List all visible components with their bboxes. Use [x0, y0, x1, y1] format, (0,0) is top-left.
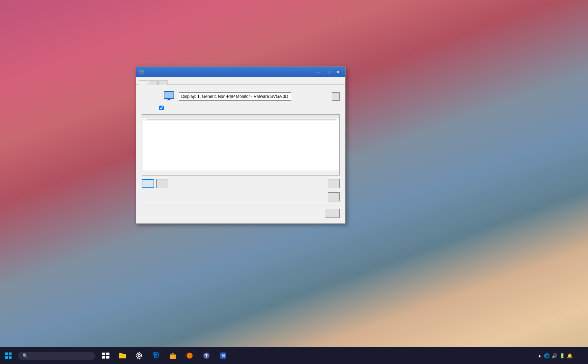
svg-rect-6 — [168, 99, 170, 100]
close-button[interactable]: ✕ — [333, 68, 342, 76]
col-filename-header[interactable] — [268, 115, 339, 118]
svg-rect-10 — [5, 356, 8, 359]
firefox-icon — [185, 351, 194, 360]
taskbar: 🔍 — [0, 347, 588, 364]
start-button[interactable] — [0, 347, 17, 364]
set-default-button[interactable] — [328, 179, 340, 188]
dialog-tabs — [136, 77, 345, 85]
svg-point-2 — [142, 70, 143, 72]
minimize-button[interactable]: — — [314, 68, 323, 76]
svg-rect-12 — [102, 353, 105, 355]
dialog-title-icon — [139, 69, 144, 75]
svg-rect-5 — [164, 92, 173, 98]
help-row — [142, 192, 340, 201]
identify-monitors-button[interactable] — [332, 92, 340, 101]
edge-icon — [152, 351, 160, 360]
profiles-table-container[interactable] — [142, 114, 340, 176]
desktop: — □ ✕ — [0, 0, 588, 364]
search-icon: 🔍 — [22, 353, 28, 358]
profiles-button[interactable] — [328, 192, 340, 201]
chevron-up-icon[interactable]: ▲ — [537, 353, 542, 358]
remove-button[interactable] — [156, 179, 168, 188]
group-header-line — [147, 119, 336, 120]
svg-rect-15 — [106, 356, 109, 358]
monitor-icon — [163, 91, 175, 102]
maximize-button[interactable]: □ — [324, 68, 333, 76]
svg-point-1 — [140, 70, 141, 72]
color-management-dialog: — □ ✕ — [136, 66, 346, 224]
store-icon — [169, 351, 177, 360]
svg-rect-14 — [102, 356, 105, 358]
svg-point-18 — [138, 355, 141, 357]
app1-button[interactable]: T — [199, 348, 214, 363]
taskbar-search[interactable]: 🔍 — [18, 352, 95, 360]
add-button[interactable] — [142, 179, 154, 188]
settings-button[interactable] — [132, 348, 147, 363]
svg-rect-7 — [166, 100, 172, 100]
svg-text:M: M — [221, 354, 225, 358]
volume-icon[interactable]: 🔊 — [552, 353, 557, 358]
svg-rect-8 — [5, 352, 8, 355]
app2-button[interactable]: M — [215, 348, 231, 363]
dialog-footer — [142, 206, 340, 218]
device-dropdown[interactable]: Display: 1. Generic Non-PnP Monitor - VM… — [179, 92, 291, 101]
table-body — [142, 118, 339, 171]
dialog-titlebar[interactable]: — □ ✕ — [136, 67, 345, 77]
task-view-button[interactable] — [98, 348, 113, 363]
settings-icon — [135, 351, 143, 360]
windows-logo-icon — [5, 352, 12, 359]
table-row[interactable] — [142, 121, 339, 123]
network-icon[interactable]: 🌐 — [544, 353, 550, 358]
icc-profiles-group-header — [142, 118, 339, 121]
svg-rect-13 — [106, 353, 109, 355]
svg-rect-9 — [9, 352, 12, 355]
svg-text:T: T — [205, 354, 208, 358]
dialog-controls: — □ ✕ — [314, 68, 342, 76]
device-row: Display: 1. Generic Non-PnP Monitor - VM… — [142, 90, 340, 103]
svg-point-3 — [141, 72, 142, 74]
battery-icon[interactable]: 🔋 — [559, 353, 565, 358]
use-settings-row — [159, 106, 340, 110]
table-header — [142, 115, 339, 118]
monitor-icon-wrapper — [163, 90, 175, 103]
tray-icons: ▲ 🌐 🔊 🔋 🔔 — [534, 353, 575, 358]
app1-icon: T — [202, 351, 211, 360]
use-settings-checkbox[interactable] — [159, 106, 164, 110]
app2-icon: M — [219, 351, 227, 360]
system-tray: ▲ 🌐 🔊 🔋 🔔 — [534, 353, 588, 358]
tab-all-profiles[interactable] — [149, 80, 158, 85]
file-explorer-icon — [118, 351, 127, 360]
close-dialog-button[interactable] — [325, 209, 340, 218]
svg-rect-19 — [170, 355, 176, 359]
profiles-table — [142, 115, 339, 171]
firefox-button[interactable] — [182, 348, 197, 363]
task-view-icon — [101, 351, 110, 360]
bottom-buttons — [142, 179, 340, 188]
taskbar-icons: T M — [98, 348, 231, 363]
notification-icon[interactable]: 🔔 — [567, 353, 573, 358]
svg-rect-11 — [9, 356, 12, 359]
svg-rect-17 — [119, 354, 126, 358]
tab-advanced[interactable] — [158, 80, 168, 85]
device-dropdown-wrapper: Display: 1. Generic Non-PnP Monitor - VM… — [179, 92, 328, 101]
tab-devices[interactable] — [139, 80, 148, 85]
dialog-content: Display: 1. Generic Non-PnP Monitor - VM… — [136, 85, 345, 223]
col-name-header[interactable] — [142, 115, 268, 118]
edge-browser-button[interactable] — [148, 348, 164, 363]
svg-point-22 — [189, 355, 190, 356]
store-button[interactable] — [165, 348, 180, 363]
file-explorer-button[interactable] — [115, 348, 130, 363]
